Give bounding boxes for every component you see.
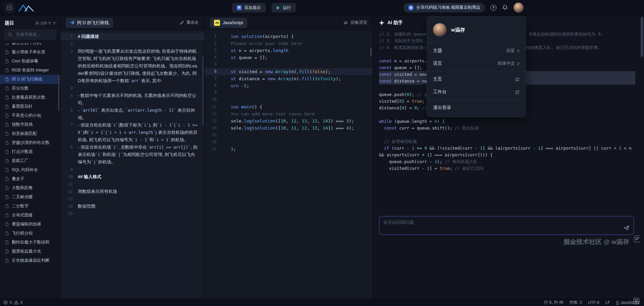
code-line[interactable]: 14sole.log(solution([10, 11, 12, 13, 14]… bbox=[205, 124, 373, 132]
app: + 添加题目 运行 分享代码练习体验,领限量定制周边 ? bbox=[0, 0, 644, 306]
sidebar-item[interactable]: 阿 D 的飞行路线 bbox=[0, 75, 60, 84]
page-scrollbar[interactable] bbox=[640, 15, 644, 299]
code-line[interactable]: 10 bbox=[205, 96, 373, 103]
chevron-right-icon bbox=[517, 62, 520, 65]
sidebar-item[interactable]: Cion 勒索病毒 bbox=[0, 57, 60, 66]
sidebar-item[interactable]: 二叉树供暖 bbox=[0, 193, 60, 202]
switch-language-button[interactable]: 切换语言 bbox=[343, 20, 367, 26]
help-icon[interactable]: ? bbox=[490, 5, 496, 11]
code-line[interactable]: 9 bbox=[205, 89, 373, 96]
markdown-line[interactable]: 4 bbox=[60, 85, 204, 92]
markdown-line[interactable]: 10## 输入格式 bbox=[60, 173, 204, 181]
markdown-line[interactable]: 15 bbox=[60, 210, 204, 217]
status-bar: 0 0 行 6, 列 46 空格: 2 UTF-8 LF {} JavaScri… bbox=[0, 299, 644, 306]
sidebar-item[interactable]: 大数和距离 bbox=[0, 184, 60, 193]
markdown-line[interactable]: 12用数组表示所有机场 bbox=[60, 188, 204, 195]
run-button[interactable]: 运行 bbox=[272, 3, 296, 12]
language-tab[interactable]: JS JavaScript bbox=[210, 18, 247, 28]
markdown-line[interactable]: 6- `arr[0]` 表示出发点, `arr[arr.length - 1]`… bbox=[60, 107, 204, 121]
code-line[interactable]: 4st queue = []; bbox=[205, 54, 373, 61]
sidebar-item[interactable]: RGB 色值转 Integer bbox=[0, 66, 60, 75]
juejin-logo-icon[interactable] bbox=[18, 3, 34, 12]
code-line[interactable]: 15 bbox=[205, 132, 373, 139]
problem-tab[interactable]: 阿 D 的飞行路线 bbox=[66, 18, 113, 28]
markdown-line[interactable]: 3阿D驾驶一架飞机需要从出发点抵达目的地, 但是由于特殊的航空管制, 对飞机的飞… bbox=[60, 48, 204, 85]
encoding[interactable]: UTF-8 bbox=[588, 300, 599, 305]
sidebar-item[interactable]: 飞行棋分组 bbox=[0, 229, 60, 238]
sidebar-item[interactable]: 穿越沙漠的补给次数 bbox=[0, 138, 60, 147]
menu-item-logout[interactable]: 退出登录 bbox=[427, 101, 526, 114]
search-input[interactable] bbox=[15, 32, 52, 37]
sidebar-item[interactable]: SQL 代码补全 bbox=[0, 165, 60, 174]
code-line[interactable]: 16 bbox=[205, 139, 373, 146]
code-scrollbar[interactable] bbox=[370, 48, 372, 56]
add-problem-button[interactable]: + 添加题目 bbox=[232, 3, 266, 12]
app-logo[interactable] bbox=[5, 3, 14, 12]
code-line[interactable]: 8urn -2; bbox=[205, 82, 373, 89]
sort-icon[interactable] bbox=[53, 21, 56, 25]
code-line[interactable]: 7st distance = new Array(n).fill(Infinit… bbox=[205, 75, 373, 82]
code-line[interactable]: 6st visited = new Array(n).fill(false); bbox=[205, 68, 373, 75]
markdown-line[interactable]: 14数据范围: bbox=[60, 203, 204, 210]
markdown-line[interactable]: 9 bbox=[60, 166, 204, 173]
code-line[interactable]: 17); bbox=[205, 146, 373, 153]
menu-item-workbench[interactable]: 工作台 bbox=[427, 86, 526, 98]
user-menu-header: w温存 bbox=[427, 19, 526, 41]
sidebar-item[interactable]: 猜数字游戏 bbox=[0, 120, 60, 129]
ai-input-box[interactable] bbox=[379, 216, 634, 235]
problem-scrollbar[interactable] bbox=[202, 56, 204, 126]
sidebar-item[interactable]: 最小替换子串长度 bbox=[0, 48, 60, 57]
sidebar-item[interactable]: 最长公共子序列 bbox=[0, 43, 60, 48]
bell-icon[interactable] bbox=[502, 4, 508, 11]
code-line[interactable]: 11ion main() { bbox=[205, 103, 373, 110]
promo-label: 分享代码练习体验,领限量定制周边 bbox=[416, 5, 480, 10]
sidebar-item[interactable]: 股票收益最大化 bbox=[0, 247, 60, 256]
send-icon[interactable] bbox=[623, 225, 630, 231]
menu-item-home[interactable]: 主页 bbox=[427, 73, 526, 86]
code-line[interactable]: 3st n = airports.length bbox=[205, 47, 373, 54]
error-icon bbox=[3, 300, 8, 305]
sidebar-item[interactable]: 百分位数 bbox=[0, 84, 60, 93]
line-number: 7 bbox=[205, 75, 217, 82]
scrollbar-thumb[interactable] bbox=[641, 17, 643, 57]
code-line[interactable]: 12You can add more test cases here bbox=[205, 110, 373, 117]
code-line[interactable]: 5 bbox=[205, 61, 373, 68]
markdown-line[interactable]: 13 bbox=[60, 195, 204, 203]
menu-item-theme[interactable]: 主题 深蓝 bbox=[427, 44, 526, 57]
menu-item-language[interactable]: 语言 简体中文 bbox=[427, 57, 526, 70]
rename-button[interactable]: 重命名 bbox=[180, 20, 199, 26]
markdown-text: 数据范围: bbox=[78, 203, 204, 210]
sidebar-item[interactable]: 蛋糕工厂 bbox=[0, 156, 60, 165]
eol-setting[interactable]: LF bbox=[605, 300, 610, 305]
sidebar-item[interactable]: 不再贪心的小包 bbox=[0, 111, 60, 120]
code-line[interactable]: 2Please write your code here bbox=[205, 40, 373, 47]
markdown-line[interactable]: 7- 假设当前在机场`i`(数组下标为`i`), 则`i - 1`(`i - 1… bbox=[60, 121, 204, 144]
markdown-line[interactable]: 11 bbox=[60, 181, 204, 188]
markdown-line[interactable]: 8- 假设当前在机场`i`, 且数组中存在`arr[i] == arr[j]`,… bbox=[60, 144, 204, 166]
sidebar-item[interactable]: 创意标题匹配 bbox=[0, 129, 60, 138]
indent-setting[interactable]: 空格: 2 bbox=[570, 300, 582, 305]
cursor-position[interactable]: 行 6, 列 46 bbox=[544, 300, 563, 305]
code-line[interactable]: 13sole.log(solution([10, 12, 13, 12, 14]… bbox=[205, 117, 373, 124]
code-line[interactable]: 1ion solution(airports) { bbox=[205, 33, 373, 40]
sidebar-item[interactable]: 番茄编辑的选择 bbox=[0, 220, 60, 229]
problems-summary[interactable]: 0 0 bbox=[3, 300, 22, 305]
markdown-text: ## 输入格式 bbox=[78, 173, 204, 181]
sidebar-item[interactable]: 翻转后最大子数组和 bbox=[0, 238, 60, 247]
markdown-line[interactable]: 5- 数组中每个元素表示不同的机场, 元素的值表示不同的航空公司。 bbox=[60, 92, 204, 107]
sidebar-item[interactable]: 叠盒子 bbox=[0, 174, 60, 184]
sidebar-item[interactable]: 打点计数器 bbox=[0, 147, 60, 156]
markdown-line[interactable]: 1# 问题描述 bbox=[60, 33, 204, 40]
promo-banner[interactable]: 分享代码练习体验,领限量定制周边 bbox=[404, 3, 485, 12]
ai-input[interactable] bbox=[379, 216, 620, 235]
sidebar-item[interactable]: 古生物血缘远近判断 bbox=[0, 256, 60, 265]
sidebar-item[interactable]: 暴雨梨花针 bbox=[0, 102, 60, 111]
markdown-text: - `arr[0]` 表示出发点, `arr[arr.length - 1]` … bbox=[78, 107, 204, 121]
search-box[interactable] bbox=[4, 30, 56, 40]
markdown-line[interactable]: 2 bbox=[60, 40, 204, 48]
user-avatar[interactable] bbox=[514, 3, 524, 13]
sidebar-item[interactable]: 二分数字 bbox=[0, 202, 60, 211]
sidebar-scrollbar[interactable] bbox=[58, 76, 59, 111]
sidebar-item[interactable]: 分布式团建 bbox=[0, 211, 60, 220]
sidebar-item[interactable]: 比赛最高获胜次数 bbox=[0, 93, 60, 102]
